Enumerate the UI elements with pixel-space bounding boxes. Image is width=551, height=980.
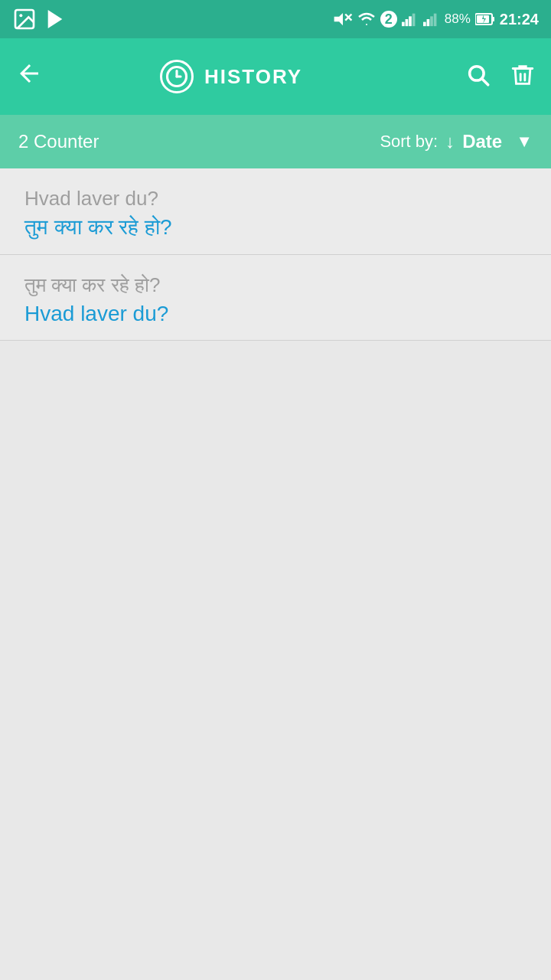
- sim-number: 2: [380, 11, 397, 28]
- back-button[interactable]: [15, 60, 43, 94]
- wifi-icon: [357, 11, 376, 27]
- svg-rect-8: [409, 16, 412, 26]
- svg-line-22: [482, 79, 488, 85]
- history-item-2-translation: Hvad laver du?: [24, 302, 527, 326]
- history-clock-icon: [160, 60, 194, 93]
- status-bar: 2 88% 21:24: [0, 0, 551, 38]
- app-bar: HISTORY: [0, 38, 551, 115]
- history-item-1-translation: तुम क्या कर रहे हो?: [24, 215, 527, 240]
- history-item-1[interactable]: Hvad laver du? तुम क्या कर रहे हो?: [0, 168, 551, 255]
- history-item-1-source: Hvad laver du?: [24, 187, 527, 211]
- sort-by-label: Sort by:: [380, 132, 438, 152]
- sort-area[interactable]: Sort by: ↓ Date ▼: [380, 131, 533, 152]
- battery-percent: 88%: [445, 11, 471, 27]
- search-button[interactable]: [465, 62, 491, 91]
- status-bar-right: 2 88% 21:24: [333, 11, 539, 28]
- counter-label: 2 Counter: [18, 131, 99, 152]
- history-list: Hvad laver du? तुम क्या कर रहे हो? तुम क…: [0, 168, 551, 341]
- battery-icon: [475, 12, 495, 26]
- app-bar-actions: [465, 62, 536, 91]
- svg-rect-12: [430, 16, 433, 26]
- signal-icon: [402, 11, 419, 27]
- svg-rect-10: [423, 22, 426, 26]
- svg-rect-7: [405, 19, 408, 26]
- svg-rect-6: [402, 22, 405, 26]
- dropdown-arrow-icon[interactable]: ▼: [516, 132, 533, 152]
- media-icon: [43, 7, 67, 31]
- delete-button[interactable]: [510, 62, 536, 91]
- sort-value: Date: [462, 131, 502, 152]
- image-icon: [12, 7, 37, 31]
- signal2-icon: [423, 11, 440, 27]
- mute-icon: [333, 11, 353, 27]
- svg-point-1: [19, 14, 22, 17]
- time-display: 21:24: [500, 11, 539, 28]
- app-bar-title: HISTORY: [204, 65, 302, 89]
- sort-bar: 2 Counter Sort by: ↓ Date ▼: [0, 115, 551, 168]
- svg-rect-15: [492, 17, 494, 21]
- svg-marker-3: [334, 13, 342, 25]
- history-item-2[interactable]: तुम क्या कर रहे हो? Hvad laver du?: [0, 255, 551, 341]
- status-bar-left: [12, 7, 67, 31]
- svg-rect-11: [426, 19, 429, 26]
- app-bar-title-area: HISTORY: [58, 60, 404, 93]
- svg-rect-13: [434, 14, 437, 26]
- svg-rect-9: [412, 14, 416, 26]
- svg-marker-2: [48, 10, 63, 28]
- history-item-2-source: तुम क्या कर रहे हो?: [24, 273, 527, 297]
- sort-direction-icon: ↓: [445, 131, 455, 152]
